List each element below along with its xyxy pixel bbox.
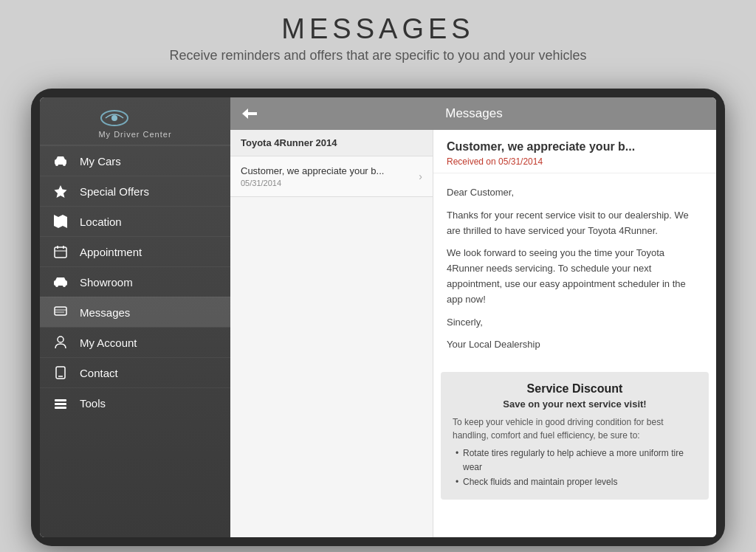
sidebar-item-messages[interactable]: Messages <box>40 297 230 327</box>
message-item-title: Customer, we appreciate your b... <box>241 165 413 176</box>
user-icon <box>52 335 69 350</box>
sidebar-label-tools: Tools <box>80 397 106 410</box>
service-discount-subtitle: Save on your next service visit! <box>453 399 697 410</box>
sidebar-label-special-offers: Special Offers <box>80 185 149 198</box>
sidebar-header-label: My Driver Center <box>98 130 171 139</box>
messages-area: Toyota 4Runner 2014 Customer, we appreci… <box>230 130 716 537</box>
main-content: Messages Toyota 4Runner 2014 Customer, w… <box>230 97 716 537</box>
message-paragraph1: Thanks for your recent service visit to … <box>447 208 703 239</box>
chevron-right-icon: › <box>419 170 422 182</box>
svg-point-15 <box>63 284 66 287</box>
sidebar-item-appointment[interactable]: Appointment <box>40 236 230 266</box>
star-icon <box>52 184 69 199</box>
svg-marker-25 <box>242 108 257 119</box>
page-subtitle: Receive reminders and offers that are sp… <box>30 48 726 63</box>
page-header: MESSAGES Receive reminders and offers th… <box>0 0 756 71</box>
service-discount-title: Service Discount <box>453 382 697 396</box>
message-detail-title: Customer, we appreciate your b... <box>447 140 703 153</box>
nav-title: Messages <box>267 106 681 121</box>
sidebar-label-appointment: Appointment <box>80 246 142 258</box>
sidebar-label-messages: Messages <box>80 306 130 319</box>
sidebar-item-my-cars[interactable]: My Cars <box>40 145 230 176</box>
sidebar-item-showroom[interactable]: Showroom <box>40 266 230 297</box>
message-detail-body: Dear Customer, Thanks for your recent se… <box>433 173 716 372</box>
page-title: MESSAGES <box>30 13 726 45</box>
sidebar-item-location[interactable]: Location <box>40 206 230 236</box>
svg-point-4 <box>55 163 58 166</box>
service-discount-bullets: Rotate tires regularly to help achieve a… <box>453 446 697 489</box>
sidebar-logo: My Driver Center <box>40 97 230 145</box>
message-list: Toyota 4Runner 2014 Customer, we appreci… <box>230 130 433 537</box>
sidebar-label-showroom: Showroom <box>80 276 133 289</box>
sidebar-label-contact: Contact <box>80 367 118 379</box>
service-discount-description: To keep your vehicle in good driving con… <box>453 415 697 442</box>
tablet-frame: My Driver Center My Cars <box>31 89 725 546</box>
back-button[interactable] <box>241 107 257 120</box>
phone-icon <box>52 365 69 380</box>
nav-bar: Messages <box>230 97 716 130</box>
car-icon <box>52 153 69 168</box>
svg-marker-6 <box>55 185 67 198</box>
message-list-item[interactable]: Customer, we appreciate your b... 05/31/… <box>230 156 433 197</box>
svg-point-19 <box>58 337 63 342</box>
app-container: My Driver Center My Cars <box>40 97 716 537</box>
sidebar-item-my-account[interactable]: My Account <box>40 327 230 357</box>
svg-marker-7 <box>54 215 67 228</box>
svg-rect-8 <box>55 247 66 258</box>
sidebar: My Driver Center My Cars <box>40 97 230 537</box>
bullet-item-1: Rotate tires regularly to help achieve a… <box>456 446 697 475</box>
svg-rect-24 <box>55 407 66 409</box>
message-signature: Your Local Dealership <box>447 337 703 353</box>
dealership-logo-icon <box>98 108 131 128</box>
svg-rect-23 <box>55 403 66 405</box>
message-list-vehicle: Toyota 4Runner 2014 <box>230 130 433 156</box>
tools-icon <box>52 396 69 410</box>
calendar-icon <box>52 244 69 259</box>
message-item-content: Customer, we appreciate your b... 05/31/… <box>241 165 413 187</box>
message-paragraph2: We look forward to seeing you the time y… <box>447 246 703 307</box>
message-greeting: Dear Customer, <box>447 185 703 201</box>
svg-point-14 <box>55 284 58 287</box>
map-icon <box>52 214 69 229</box>
svg-point-5 <box>63 163 66 166</box>
message-detail: Customer, we appreciate your b... Receiv… <box>433 130 716 537</box>
sidebar-label-my-cars: My Cars <box>80 155 121 168</box>
bullet-item-2: Check fluids and maintain proper levels <box>456 475 697 489</box>
tablet-screen: My Driver Center My Cars <box>40 97 716 537</box>
svg-point-1 <box>111 115 117 121</box>
message-icon <box>52 305 69 320</box>
showroom-car-icon <box>52 275 69 289</box>
svg-marker-3 <box>56 156 65 159</box>
sidebar-label-location: Location <box>80 215 122 228</box>
svg-rect-16 <box>55 307 66 315</box>
svg-marker-13 <box>55 277 66 280</box>
message-detail-received: Received on 05/31/2014 <box>447 156 703 167</box>
sidebar-item-tools[interactable]: Tools <box>40 387 230 418</box>
sidebar-item-special-offers[interactable]: Special Offers <box>40 176 230 206</box>
message-closing: Sincerly, <box>447 315 703 331</box>
svg-rect-22 <box>55 399 66 401</box>
service-discount-card: Service Discount Save on your next servi… <box>441 372 709 500</box>
message-item-date: 05/31/2014 <box>241 179 413 187</box>
sidebar-item-contact[interactable]: Contact <box>40 357 230 387</box>
message-detail-header: Customer, we appreciate your b... Receiv… <box>433 130 716 173</box>
sidebar-label-my-account: My Account <box>80 337 137 349</box>
